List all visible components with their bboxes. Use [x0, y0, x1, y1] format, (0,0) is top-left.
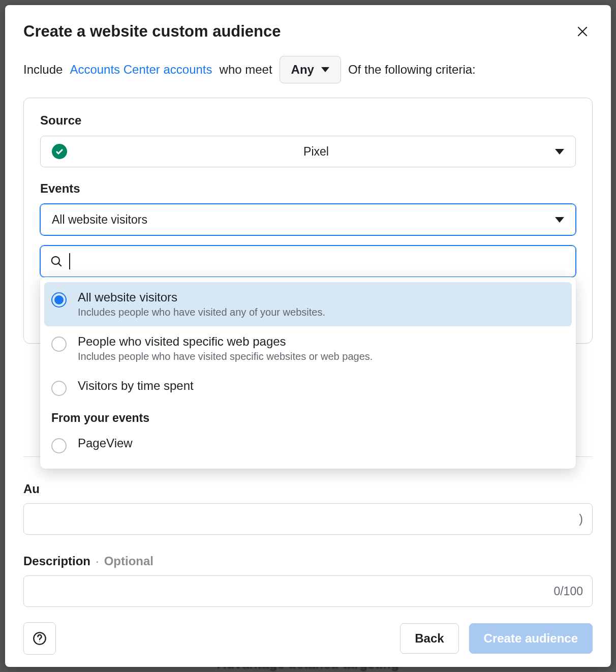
- events-label: Events: [40, 181, 576, 196]
- separator-dot: ·: [96, 554, 99, 568]
- close-icon: [576, 25, 589, 38]
- events-select[interactable]: All website visitors: [40, 204, 576, 235]
- events-selected-value: All website visitors: [52, 213, 555, 227]
- footer-actions: Back Create audience: [400, 623, 593, 654]
- chevron-down-icon: [555, 149, 564, 155]
- include-text: Include: [23, 63, 63, 77]
- radio-icon: [51, 438, 67, 453]
- source-select[interactable]: Pixel: [40, 136, 576, 167]
- option-subtitle: Includes people who have visited specifi…: [78, 351, 565, 362]
- events-search-input[interactable]: [76, 246, 567, 277]
- option-subtitle: Includes people who have visited any of …: [78, 307, 565, 318]
- event-option-all-visitors[interactable]: All website visitors Includes people who…: [44, 282, 572, 326]
- option-title: Visitors by time spent: [78, 379, 565, 393]
- create-audience-modal: Create a website custom audience Include…: [5, 5, 611, 667]
- optional-label: Optional: [104, 554, 153, 568]
- back-button[interactable]: Back: [400, 623, 458, 654]
- criteria-sentence: Include Accounts Center accounts who mee…: [5, 42, 611, 83]
- modal-title: Create a website custom audience: [23, 22, 281, 41]
- radio-icon: [51, 381, 67, 396]
- description-counter: 0/100: [553, 585, 583, 598]
- events-section: Events All website visitors: [40, 181, 576, 277]
- event-option-pageview[interactable]: PageView: [44, 428, 572, 462]
- audience-name-trailing-char: ): [579, 512, 583, 526]
- source-selected-value: Pixel: [77, 145, 555, 159]
- who-meet-text: who meet: [220, 63, 272, 77]
- accounts-center-link[interactable]: Accounts Center accounts: [70, 63, 212, 77]
- criteria-card: Source Pixel Events All website visitors: [23, 98, 593, 344]
- option-title: All website visitors: [78, 290, 565, 304]
- help-button[interactable]: [23, 622, 56, 655]
- svg-point-0: [52, 257, 59, 264]
- create-audience-button[interactable]: Create audience: [469, 623, 593, 654]
- description-input[interactable]: 0/100: [23, 575, 593, 607]
- option-title: PageView: [78, 436, 565, 450]
- audience-name-input[interactable]: ): [23, 503, 593, 535]
- source-section: Source Pixel: [40, 113, 576, 167]
- text-cursor: [69, 253, 70, 269]
- chevron-down-icon: [321, 67, 329, 72]
- option-title: People who visited specific web pages: [78, 334, 565, 349]
- radio-icon: [51, 292, 67, 308]
- match-type-value: Any: [291, 63, 314, 77]
- radio-icon: [51, 337, 67, 352]
- chevron-down-icon: [555, 217, 564, 223]
- event-option-time-spent[interactable]: Visitors by time spent: [44, 371, 572, 404]
- description-label: Description: [23, 554, 90, 568]
- close-button[interactable]: [572, 21, 593, 42]
- search-icon: [50, 255, 63, 268]
- svg-point-2: [39, 642, 40, 642]
- modal-header: Create a website custom audience: [5, 5, 611, 42]
- audience-name-label-partial: Au: [23, 482, 40, 496]
- help-icon: [33, 631, 47, 646]
- match-type-select[interactable]: Any: [280, 56, 341, 83]
- of-following-text: Of the following criteria:: [348, 63, 476, 77]
- events-dropdown: All website visitors Includes people who…: [40, 277, 576, 469]
- description-label-row: Description · Optional: [23, 554, 153, 568]
- event-option-specific-pages[interactable]: People who visited specific web pages In…: [44, 326, 572, 371]
- source-label: Source: [40, 113, 576, 128]
- check-circle-icon: [52, 144, 67, 159]
- from-your-events-heading: From your events: [44, 404, 572, 428]
- modal-footer: Back Create audience: [23, 622, 593, 655]
- events-search-box[interactable]: [40, 246, 576, 277]
